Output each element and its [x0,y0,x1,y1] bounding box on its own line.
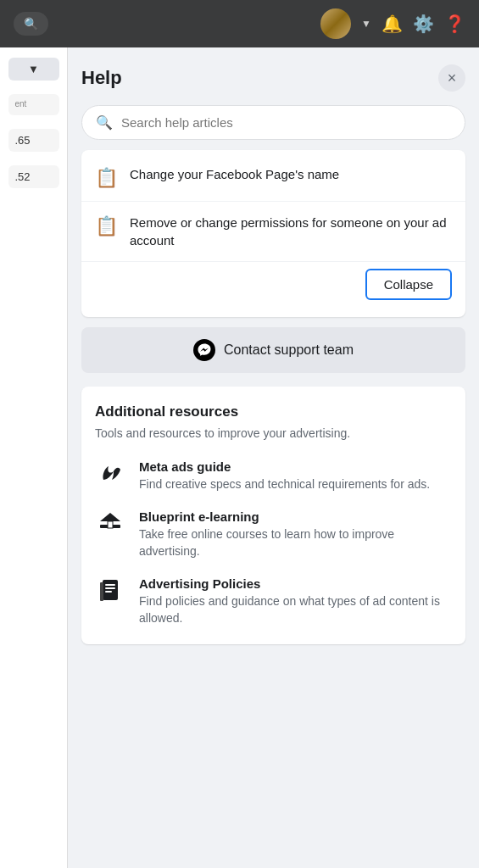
articles-card: 📋 Change your Facebook Page's name 📋 Rem… [81,150,465,317]
svg-marker-1 [100,513,120,521]
collapse-button[interactable]: Collapse [365,269,452,300]
topbar-search-icon: 🔍 [24,17,38,31]
topbar: 🔍 ▼ 🔔 ⚙️ ❓ [0,0,479,47]
svg-rect-6 [105,591,112,593]
policies-name: Advertising Policies [139,576,452,591]
sidebar-label-1: ent [15,99,53,108]
policies-desc: Find policies and guidance on what types… [139,593,452,626]
sidebar-dropdown-label: ▼ [28,63,39,75]
main-area: Help × 🔍 📋 Change your Facebook Page's n… [68,47,479,868]
close-button[interactable]: × [438,64,465,92]
article-icon-1: 📋 [95,167,118,189]
resource-item-blueprint[interactable]: Blueprint e-learning Take free online co… [95,509,452,559]
resources-subtitle: Tools and resources to improve your adve… [95,426,452,442]
messenger-svg [197,342,212,358]
meta-ads-content: Meta ads guide Find creative specs and t… [139,459,430,493]
search-input[interactable] [121,115,451,130]
svg-rect-7 [100,582,103,601]
article-item-change-page-name[interactable]: 📋 Change your Facebook Page's name [81,153,465,202]
avatar-image [320,8,351,39]
resources-card: Additional resources Tools and resources… [81,387,465,644]
blueprint-name: Blueprint e-learning [139,509,452,524]
sidebar-row-2: .65 [8,129,59,152]
avatar[interactable] [320,8,351,39]
blueprint-desc: Take free online courses to learn how to… [139,526,452,559]
notifications-icon[interactable]: 🔔 [382,14,403,34]
article-icon-2: 📋 [95,215,118,237]
settings-icon[interactable]: ⚙️ [413,14,434,34]
meta-ads-desc: Find creative specs and technical requir… [139,476,430,493]
resource-item-policies[interactable]: Advertising Policies Find policies and g… [95,576,452,626]
help-title: Help [81,67,122,89]
blueprint-content: Blueprint e-learning Take free online co… [139,509,452,559]
meta-ads-name: Meta ads guide [139,459,430,474]
sidebar-value-3: .52 [15,170,53,183]
help-header: Help × [81,47,465,105]
help-icon[interactable]: ❓ [444,14,465,34]
meta-ads-icon [95,459,125,492]
sidebar: ▼ ent .65 .52 [0,47,68,868]
resources-title: Additional resources [95,403,452,420]
article-text-1: Change your Facebook Page's name [130,165,339,183]
svg-rect-4 [105,584,115,586]
topbar-search[interactable]: 🔍 [14,12,48,36]
sidebar-row-1: ent [8,94,59,115]
resource-item-meta-ads[interactable]: Meta ads guide Find creative specs and t… [95,459,452,493]
article-item-change-permissions[interactable]: 📋 Remove or change permissions for someo… [81,202,465,262]
search-box-icon: 🔍 [96,114,113,131]
contact-support-button[interactable]: Contact support team [81,327,465,373]
svg-rect-5 [105,587,115,589]
policies-content: Advertising Policies Find policies and g… [139,576,452,626]
article-text-2: Remove or change permissions for someone… [130,214,452,249]
svg-rect-2 [108,521,113,528]
blueprint-icon [95,509,125,542]
messenger-icon [193,339,215,361]
sidebar-row-3: .52 [8,165,59,188]
collapse-area: Collapse [81,262,465,314]
search-box[interactable]: 🔍 [81,105,465,140]
account-dropdown-arrow[interactable]: ▼ [361,18,371,30]
sidebar-dropdown[interactable]: ▼ [8,58,59,81]
contact-support-label: Contact support team [224,342,354,358]
svg-rect-3 [103,580,118,600]
sidebar-value-2: .65 [15,134,53,147]
help-panel: Help × 🔍 📋 Change your Facebook Page's n… [68,47,479,868]
policies-icon [95,576,125,609]
